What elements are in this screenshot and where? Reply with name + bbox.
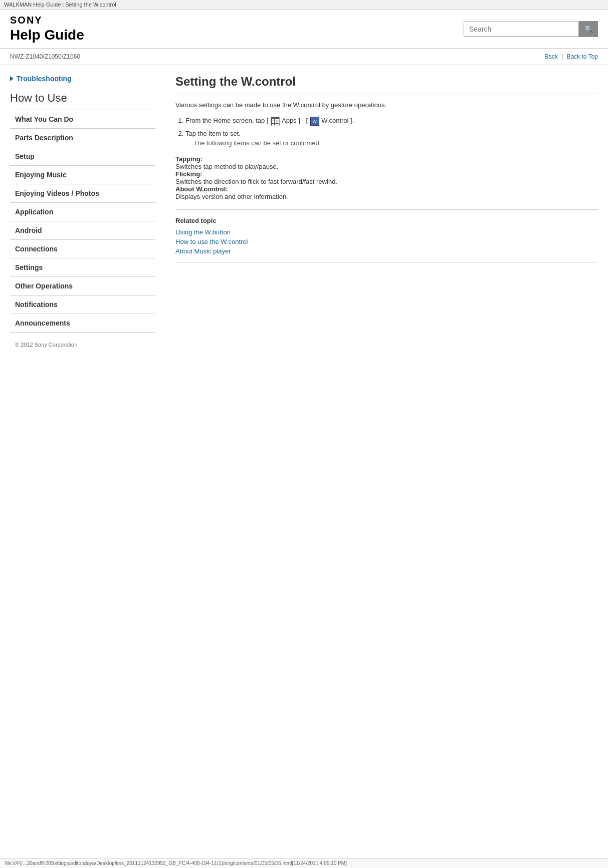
tapping-desc: Switches tap method to play/pause. — [175, 163, 278, 170]
step1-middle: ] - [ — [298, 117, 308, 124]
step1-prefix: From the Home screen, tap [ — [185, 117, 268, 124]
related-section-bottom-divider — [175, 262, 598, 262]
related-link-music-player[interactable]: About Music player — [175, 247, 598, 255]
sidebar-item-application[interactable]: Application — [10, 203, 155, 221]
wcontrol-icon: W — [310, 117, 319, 126]
content-title: Setting the W.control — [175, 75, 598, 94]
search-area: 🔍 — [464, 21, 598, 37]
related-link-wcontrol[interactable]: How to use the W.control — [175, 238, 598, 245]
step1-wcontrol-label: W.control — [321, 117, 348, 124]
sidebar-item-connections[interactable]: Connections — [10, 240, 155, 258]
sidebar: Troubleshooting How to Use What You Can … — [10, 75, 165, 348]
sidebar-item-enjoying-music[interactable]: Enjoying Music — [10, 166, 155, 184]
step2-sub: The following items can be set or confir… — [193, 139, 321, 147]
search-icon: 🔍 — [584, 25, 593, 33]
tapping-label: Tapping: — [175, 155, 202, 163]
steps-list: From the Home screen, tap [ — [185, 116, 598, 148]
sidebar-item-announcements[interactable]: Announcements — [10, 314, 155, 333]
browser-title-bar: WALKMAN Help Guide | Setting the W.contr… — [0, 0, 608, 10]
step1-apps-label: Apps — [282, 117, 297, 124]
related-link-wbutton[interactable]: Using the W.button — [175, 228, 598, 236]
sidebar-item-setup[interactable]: Setup — [10, 147, 155, 166]
related-topic-section: Related topic Using the W.button How to … — [175, 209, 598, 262]
search-button[interactable]: 🔍 — [579, 21, 598, 37]
about-label: About W.control: — [175, 185, 228, 193]
troubleshooting-link[interactable]: Troubleshooting — [10, 75, 155, 83]
troubleshooting-label: Troubleshooting — [17, 75, 72, 83]
back-to-top-link[interactable]: Back to Top — [567, 53, 598, 60]
header-area: SONY Help Guide 🔍 — [0, 10, 608, 49]
sidebar-item-notifications[interactable]: Notifications — [10, 296, 155, 314]
chevron-right-icon — [10, 76, 14, 81]
flicking-label: Flicking: — [175, 170, 202, 178]
back-link[interactable]: Back — [544, 53, 558, 60]
about-desc: Displays version and other information. — [175, 193, 288, 200]
browser-title-text: WALKMAN Help Guide | Setting the W.contr… — [4, 2, 116, 8]
copyright-text: © 2012 Sony Corporation — [10, 342, 155, 348]
step-1: From the Home screen, tap [ — [185, 116, 598, 126]
sidebar-item-enjoying-videos[interactable]: Enjoying Videos / Photos — [10, 184, 155, 203]
related-topic-heading: Related topic — [175, 217, 598, 224]
sidebar-item-what-you-can-do[interactable]: What You Can Do — [10, 110, 155, 129]
step1-suffix: ]. — [350, 117, 354, 124]
header-left: SONY Help Guide — [10, 15, 84, 43]
how-to-use-heading: How to Use — [10, 92, 155, 105]
help-guide-title: Help Guide — [10, 27, 84, 43]
nav-bar: NWZ-Z1040/Z1050/Z1060 Back | Back to Top — [0, 49, 608, 65]
sidebar-item-android[interactable]: Android — [10, 221, 155, 240]
sidebar-item-parts-description[interactable]: Parts Description — [10, 129, 155, 147]
flicking-desc: Switches the direction to flick to fast … — [175, 178, 337, 185]
nav-separator: | — [561, 53, 563, 60]
tapping-section: Tapping: Switches tap method to play/pau… — [175, 155, 598, 200]
nav-links: Back | Back to Top — [544, 53, 598, 60]
sidebar-item-other-operations[interactable]: Other Operations — [10, 277, 155, 296]
model-text: NWZ-Z1040/Z1050/Z1060 — [10, 53, 80, 60]
apps-icon — [271, 117, 280, 126]
sony-logo: SONY — [10, 15, 84, 26]
sidebar-item-settings[interactable]: Settings — [10, 258, 155, 277]
grid-dots — [272, 119, 279, 126]
step-2: Tap the item to set. The following items… — [185, 129, 598, 148]
content-area: Setting the W.control Various settings c… — [165, 75, 598, 348]
main-layout: Troubleshooting How to Use What You Can … — [0, 65, 608, 358]
search-input[interactable] — [464, 22, 579, 37]
step2-text: Tap the item to set. — [185, 130, 241, 137]
content-intro: Various settings can be made to use the … — [175, 101, 598, 109]
